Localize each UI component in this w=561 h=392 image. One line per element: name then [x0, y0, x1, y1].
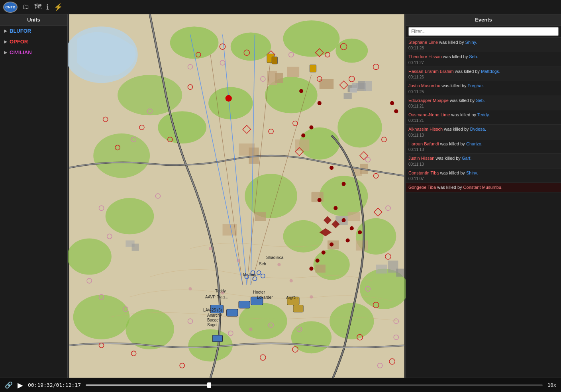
svg-rect-136 — [210, 305, 223, 313]
files-icon[interactable]: 🗂 — [22, 3, 29, 11]
event-connector: was killed by — [454, 69, 481, 74]
event-killer: Seb. — [476, 98, 485, 103]
event-text: Hassan-Brahim Brahim was killed by Mattd… — [408, 69, 559, 74]
svg-point-4 — [283, 20, 340, 57]
event-text: EdoZrapper Mbappe was killed by Seb. — [408, 98, 559, 104]
svg-point-69 — [333, 206, 337, 210]
event-killer: Seb. — [469, 54, 478, 59]
blufor-label: BLUFOR — [10, 28, 31, 34]
events-header: Events — [406, 14, 561, 25]
scrubber-thumb[interactable] — [207, 382, 211, 388]
sidebar-item-opfor[interactable]: ▶ OPFOR — [0, 36, 67, 47]
event-item[interactable]: Gongebe Tiba was killed by Constant Musu… — [406, 183, 561, 192]
event-text: Ousmane-Neno Lime was killed by Teddy. — [408, 112, 559, 118]
svg-point-75 — [322, 251, 326, 255]
svg-point-76 — [316, 259, 320, 263]
map-container[interactable]: Shadisica Seb Mathus... Teddy AAVP Frag.… — [68, 14, 406, 378]
event-item[interactable]: Justin Musumbu was killed by Freghar.00:… — [406, 81, 561, 96]
event-victim: Stephane Lime — [408, 40, 438, 45]
svg-point-5 — [335, 39, 368, 63]
event-victim: Constantin Tiba — [408, 171, 439, 175]
sidebar-item-blufor[interactable]: ▶ BLUFOR — [0, 25, 67, 36]
svg-point-68 — [318, 198, 322, 202]
event-victim: Justin Musumbu — [408, 83, 440, 88]
event-connector: was killed by — [439, 141, 466, 146]
event-text: Haroun Bafundi was killed by Churizo. — [408, 141, 559, 147]
event-connector: was killed by — [434, 156, 461, 161]
event-killer: Teddy. — [477, 112, 490, 117]
sidebar-item-civilian[interactable]: ▶ CIVILIAN — [0, 47, 67, 58]
civilian-label: CIVILIAN — [10, 49, 32, 55]
bottom-bar: 🔗 ▶ 00:19:32/01:12:17 10x — [0, 378, 561, 392]
logo[interactable]: CNTB — [3, 2, 18, 13]
event-text: Stephane Lime was killed by Shiny. — [408, 39, 559, 45]
svg-point-3 — [231, 33, 271, 61]
event-victim: Hassan-Brahim Brahim — [408, 69, 454, 74]
svg-point-107 — [277, 263, 280, 266]
event-item[interactable]: Stephane Lime was killed by Shiny.00:11:… — [406, 38, 561, 52]
events-icon[interactable]: ⚡ — [54, 3, 63, 12]
svg-point-106 — [290, 279, 293, 282]
event-connector: was killed by — [436, 185, 463, 190]
scrubber[interactable] — [86, 384, 543, 386]
blufor-arrow: ▶ — [4, 29, 7, 33]
play-button[interactable]: ▶ — [18, 381, 23, 390]
event-victim: Ousmane-Neno Lime — [408, 112, 450, 117]
map-svg[interactable] — [68, 14, 406, 378]
event-text: Theodore Hissan was killed by Seb. — [408, 54, 559, 60]
event-text: Alkhassim Hissch was killed by Dvdesa. — [408, 126, 559, 132]
svg-point-6 — [118, 75, 182, 115]
events-filter-input[interactable] — [408, 27, 559, 36]
map-icon[interactable]: 🗺 — [34, 3, 41, 11]
event-victim: Haroun Bafundi — [408, 141, 439, 146]
opfor-arrow: ▶ — [4, 39, 7, 44]
events-list: Stephane Lime was killed by Shiny.00:11:… — [406, 38, 561, 378]
event-time: 00:11:07 — [408, 176, 559, 181]
svg-rect-42 — [316, 265, 326, 272]
svg-point-101 — [237, 259, 240, 262]
svg-rect-134 — [251, 297, 263, 305]
event-item[interactable]: Constantin Tiba was killed by Shiny.00:1… — [406, 169, 561, 183]
event-item[interactable]: Justin Hissan was killed by Garf.00:11:1… — [406, 154, 561, 168]
event-time: 00:11:28 — [408, 46, 559, 50]
svg-rect-151 — [350, 88, 357, 92]
svg-rect-150 — [358, 81, 365, 89]
time-current: 00:19:32 — [28, 382, 53, 388]
event-connector: was killed by — [440, 83, 467, 88]
event-killer: Dvdesa. — [470, 127, 486, 131]
events-panel: Events Stephane Lime was killed by Shiny… — [406, 14, 561, 378]
event-item[interactable]: Ousmane-Neno Lime was killed by Teddy.00… — [406, 110, 561, 125]
svg-point-102 — [221, 291, 224, 294]
civilian-arrow: ▶ — [4, 50, 7, 55]
event-item[interactable]: Alkhassim Hissch was killed by Dvdesa.00… — [406, 125, 561, 139]
event-text: Justin Hissan was killed by Garf. — [408, 155, 559, 161]
svg-point-100 — [209, 247, 212, 250]
units-header: Units — [0, 14, 67, 25]
event-killer: Garf. — [462, 156, 471, 161]
time-display: 00:19:32/01:12:17 — [28, 382, 81, 388]
info-icon[interactable]: ℹ — [46, 3, 49, 12]
event-victim: Gongebe Tiba — [408, 185, 436, 190]
event-item[interactable]: Theodore Hissan was killed by Seb.00:11:… — [406, 52, 561, 67]
svg-rect-135 — [239, 301, 250, 308]
event-item[interactable]: Hassan-Brahim Brahim was killed by Mattd… — [406, 67, 561, 81]
event-item[interactable]: EdoZrapper Mbappe was killed by Seb.00:1… — [406, 96, 561, 110]
svg-point-103 — [249, 327, 252, 331]
svg-rect-44 — [364, 81, 372, 91]
event-killer: Shiny. — [465, 40, 477, 45]
events-filter-container — [406, 25, 561, 38]
svg-rect-48 — [376, 265, 387, 273]
svg-rect-147 — [272, 57, 277, 64]
event-connector: was killed by — [442, 54, 469, 59]
svg-point-63 — [394, 109, 398, 113]
event-killer: Mattdogs. — [481, 69, 500, 74]
svg-point-74 — [330, 243, 333, 247]
event-time: 00:11:21 — [408, 118, 559, 123]
event-killer: Churizo. — [466, 141, 483, 146]
event-victim: EdoZrapper Mbappe — [408, 98, 449, 103]
event-victim: Justin Hissan — [408, 156, 434, 161]
svg-rect-29 — [287, 67, 299, 77]
link-icon[interactable]: 🔗 — [5, 381, 13, 389]
event-victim: Alkhassim Hissch — [408, 127, 443, 131]
event-item[interactable]: Haroun Bafundi was killed by Churizo.00:… — [406, 139, 561, 154]
